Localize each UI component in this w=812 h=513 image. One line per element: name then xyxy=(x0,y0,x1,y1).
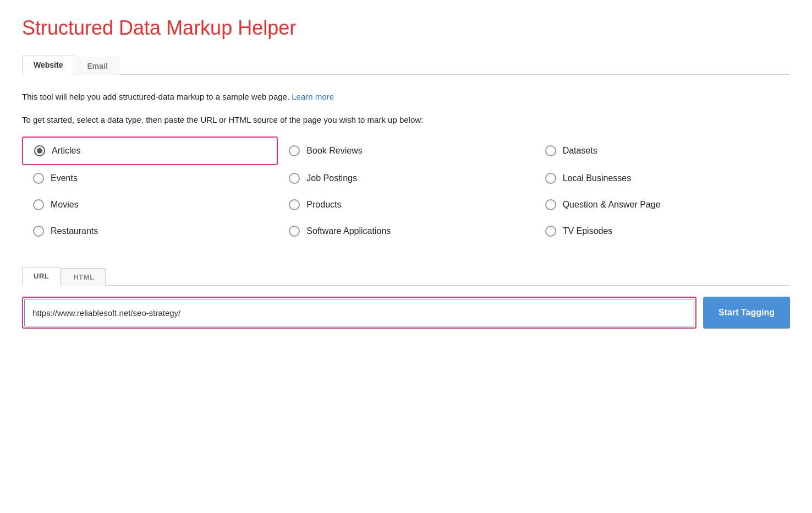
radio-circle-book-reviews xyxy=(289,145,300,156)
description-line2: To get started, select a data type, then… xyxy=(22,113,790,127)
radio-datasets[interactable]: Datasets xyxy=(534,137,790,165)
radio-events[interactable]: Events xyxy=(22,165,278,192)
radio-question-answer[interactable]: Question & Answer Page xyxy=(534,192,790,218)
radio-circle-events xyxy=(33,173,44,184)
radio-circle-job-postings xyxy=(289,173,300,184)
radio-circle-software-applications xyxy=(289,226,300,237)
radio-circle-restaurants xyxy=(33,226,44,237)
radio-book-reviews[interactable]: Book Reviews xyxy=(278,137,534,165)
radio-circle-local-businesses xyxy=(545,173,556,184)
radio-label-local-businesses: Local Businesses xyxy=(563,173,632,183)
radio-label-question-answer: Question & Answer Page xyxy=(563,200,661,210)
radio-circle-tv-episodes xyxy=(545,226,556,237)
radio-label-articles: Articles xyxy=(52,146,80,156)
radio-label-tv-episodes: TV Episodes xyxy=(563,226,613,236)
radio-local-businesses[interactable]: Local Businesses xyxy=(534,165,790,192)
tab-url[interactable]: URL xyxy=(22,267,61,286)
radio-movies[interactable]: Movies xyxy=(22,192,278,218)
radio-circle-products xyxy=(289,199,300,210)
radio-circle-articles xyxy=(34,145,45,156)
radio-circle-datasets xyxy=(545,145,556,156)
radio-label-events: Events xyxy=(51,173,78,183)
radio-products[interactable]: Products xyxy=(278,192,534,218)
page-title: Structured Data Markup Helper xyxy=(22,17,790,40)
radio-articles[interactable]: Articles xyxy=(22,137,278,165)
data-type-grid: Articles Book Reviews Datasets Events Jo… xyxy=(22,137,790,244)
radio-label-datasets: Datasets xyxy=(563,146,597,156)
tab-email[interactable]: Email xyxy=(75,57,119,75)
tab-website[interactable]: Website xyxy=(22,56,74,75)
learn-more-link[interactable]: Learn more xyxy=(292,92,334,101)
radio-job-postings[interactable]: Job Postings xyxy=(278,165,534,192)
url-input-row: Start Tagging xyxy=(22,297,790,329)
description-line1: This tool will help you add structured-d… xyxy=(22,90,790,103)
radio-label-movies: Movies xyxy=(51,200,79,210)
radio-tv-episodes[interactable]: TV Episodes xyxy=(534,218,790,244)
input-tabs: URL HTML xyxy=(22,266,790,286)
radio-circle-question-answer xyxy=(545,199,556,210)
radio-circle-movies xyxy=(33,199,44,210)
main-tabs: Website Email xyxy=(22,55,790,75)
radio-label-book-reviews: Book Reviews xyxy=(306,146,362,156)
radio-label-products: Products xyxy=(306,200,341,210)
radio-label-software-applications: Software Applications xyxy=(306,226,391,236)
start-tagging-button[interactable]: Start Tagging xyxy=(703,297,790,329)
url-input[interactable] xyxy=(24,299,694,326)
radio-label-job-postings: Job Postings xyxy=(306,173,357,183)
radio-restaurants[interactable]: Restaurants xyxy=(22,218,278,244)
radio-label-restaurants: Restaurants xyxy=(51,226,98,236)
tab-html[interactable]: HTML xyxy=(62,268,106,286)
url-input-wrapper xyxy=(22,297,696,329)
radio-software-applications[interactable]: Software Applications xyxy=(278,218,534,244)
